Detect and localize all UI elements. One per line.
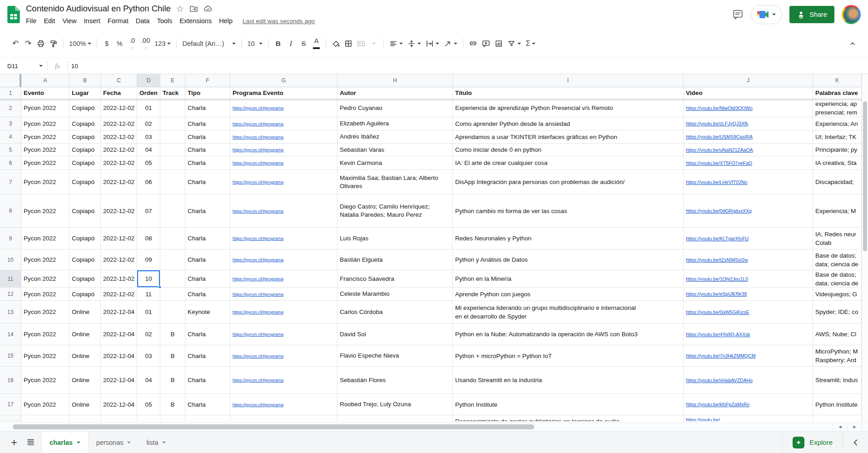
cell-H13[interactable]: Carlos Córdoba: [337, 301, 453, 324]
cell-D17[interactable]: 05: [137, 394, 160, 415]
cell-I7[interactable]: DisApp Integración para personas con pro…: [453, 170, 684, 194]
add-sheet-button[interactable]: +: [11, 437, 17, 448]
cell-K1[interactable]: Palabras clave: [813, 87, 862, 99]
column-header-F[interactable]: F: [185, 74, 230, 87]
cell-K13[interactable]: Spyder; IDE; co: [813, 301, 862, 324]
menu-extensions[interactable]: Extensions: [176, 17, 215, 25]
row-header-1[interactable]: 1: [0, 87, 21, 99]
show-side-panel-button[interactable]: [843, 432, 868, 453]
cell-K8[interactable]: Experiencia; M: [813, 194, 862, 228]
cell-H5[interactable]: Sebastian Varas: [337, 144, 453, 156]
column-header-G[interactable]: G: [230, 74, 337, 87]
cell-K9[interactable]: IA; Redes neur Colab: [813, 228, 862, 249]
cell-J2[interactable]: https://youtu.be/NlwOtd3QQWo: [684, 99, 813, 117]
cell-C13[interactable]: 2022-12-04: [101, 301, 137, 324]
cell-H14[interactable]: David Sol: [337, 324, 453, 345]
create-filter-button[interactable]: [505, 37, 523, 50]
scroll-right-button[interactable]: ▶: [847, 423, 862, 431]
cell-A1[interactable]: Evento: [21, 87, 69, 99]
account-avatar[interactable]: [842, 5, 861, 24]
cell-B16[interactable]: Online: [69, 367, 101, 394]
cell-F7[interactable]: Charla: [185, 170, 230, 194]
cell-D13[interactable]: 01: [137, 301, 160, 324]
cell-E13[interactable]: [160, 301, 185, 324]
cell-B15[interactable]: Online: [69, 345, 101, 367]
cell-I12[interactable]: Aprende Python con juegos: [453, 288, 684, 301]
undo-button[interactable]: ↶: [9, 37, 22, 50]
cell-G12[interactable]: https://pycon.cl/#programa: [230, 288, 337, 301]
cell-B3[interactable]: Copiapó: [69, 117, 101, 130]
column-header-C[interactable]: C: [101, 74, 137, 87]
cell-E12[interactable]: [160, 288, 185, 301]
column-header-D[interactable]: D: [137, 74, 160, 87]
cell-B4[interactable]: Copiapó: [69, 130, 101, 144]
cell-B13[interactable]: Online: [69, 301, 101, 324]
cell-F15[interactable]: Charla: [185, 345, 230, 367]
fill-handle[interactable]: [159, 286, 161, 289]
formula-input[interactable]: 10: [71, 63, 78, 70]
cell-G11[interactable]: https://pycon.cl/#programa: [230, 270, 337, 288]
sheets-logo-icon[interactable]: [7, 6, 20, 23]
vertical-scrollbar[interactable]: [862, 74, 868, 422]
cell-E2[interactable]: [160, 99, 185, 117]
insert-link-button[interactable]: [466, 37, 480, 50]
scroll-left-button[interactable]: ◀: [833, 423, 847, 431]
row-header-partial[interactable]: [0, 415, 21, 421]
paint-format-button[interactable]: [47, 37, 60, 50]
cell-K10[interactable]: Base de datos; data; ciencia de: [813, 249, 862, 270]
row-header-12[interactable]: 12: [0, 288, 21, 301]
cell-I4[interactable]: Aprendamos a usar TKINTER interfaces grá…: [453, 130, 684, 144]
cell-H1[interactable]: Autor: [337, 87, 453, 99]
cell-A3[interactable]: Pycon 2022: [21, 117, 69, 130]
cell-I9[interactable]: Redes Neuronales y Python: [453, 228, 684, 249]
menu-help[interactable]: Help: [215, 17, 236, 25]
cell-G15[interactable]: https://pycon.cl/#programa: [230, 345, 337, 367]
cell-H8[interactable]: Diego Castro; Camilo Henríquez; Natalia …: [337, 194, 453, 228]
cell-B1[interactable]: Lugar: [69, 87, 101, 99]
cell-B17[interactable]: Online: [69, 394, 101, 415]
cell-D2[interactable]: 01: [137, 99, 160, 117]
cell-F12[interactable]: Charla: [185, 288, 230, 301]
cell-D7[interactable]: 06: [137, 170, 160, 194]
cell-G16[interactable]: https://pycon.cl/#programa: [230, 367, 337, 394]
cell-G3[interactable]: https://pycon.cl/#programa: [230, 117, 337, 130]
cell-C9[interactable]: 2022-12-02: [101, 228, 137, 249]
row-header-6[interactable]: 6: [0, 156, 21, 170]
redo-button[interactable]: ↷: [22, 37, 35, 50]
cell-E16[interactable]: B: [160, 367, 185, 394]
cell-D14[interactable]: 02: [137, 324, 160, 345]
format-currency-button[interactable]: $: [100, 37, 113, 50]
cell-K4[interactable]: UI; Interfaz; TK: [813, 130, 862, 144]
cell-A15[interactable]: Pycon 2022: [21, 345, 69, 367]
row-header-3[interactable]: 3: [0, 117, 21, 130]
row-header-13[interactable]: 13: [0, 301, 21, 324]
cell-K15[interactable]: MicroPython; M Raspberry; Ard: [813, 345, 862, 367]
cell-A11[interactable]: Pycon 2022: [21, 270, 69, 288]
row-header-15[interactable]: 15: [0, 345, 21, 367]
menu-file[interactable]: File: [22, 17, 40, 25]
row-header-5[interactable]: 5: [0, 144, 21, 156]
cell-I3[interactable]: Como aprender Python desde la ansiedad: [453, 117, 684, 130]
cell-H16[interactable]: Sebastián Flores: [337, 367, 453, 394]
name-box-caret[interactable]: [39, 65, 43, 67]
cell-I8[interactable]: Python cambio mi forma de ver las cosas: [453, 194, 684, 228]
cell-D16[interactable]: 04: [137, 367, 160, 394]
cell-K6[interactable]: IA creativa; Sta: [813, 156, 862, 170]
cell-B11[interactable]: Copiapó: [69, 270, 101, 288]
format-percent-button[interactable]: %: [113, 37, 126, 50]
all-sheets-button[interactable]: [26, 438, 35, 447]
share-button[interactable]: Share: [789, 6, 834, 23]
cell-J5[interactable]: https://youtu.be/uNaN21ZAaOA: [684, 144, 813, 156]
cell-F16[interactable]: Charla: [185, 367, 230, 394]
fill-color-button[interactable]: [329, 37, 342, 50]
cell-K2[interactable]: experiencia; ap presencial; rem: [813, 99, 862, 117]
menu-tools[interactable]: Tools: [153, 17, 176, 25]
row-header-14[interactable]: 14: [0, 324, 21, 345]
cell-J12[interactable]: https://youtu.be/eSpUlEf9r38: [684, 288, 813, 301]
bold-button[interactable]: B: [272, 37, 284, 50]
cell-I13[interactable]: Mi experiencia liderando un grupo multid…: [453, 301, 684, 324]
cell-H12[interactable]: Celeste Marambio: [337, 288, 453, 301]
horizontal-scrollbar[interactable]: ◀ ▶: [0, 422, 868, 431]
cell-F11[interactable]: Charla: [185, 270, 230, 288]
cell-B8[interactable]: Copiapó: [69, 194, 101, 228]
